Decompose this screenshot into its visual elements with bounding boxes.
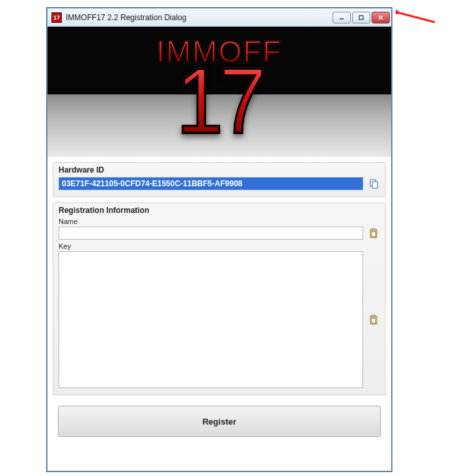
name-input[interactable]: [59, 227, 363, 240]
close-button[interactable]: [372, 12, 390, 23]
paste-icon: [368, 315, 379, 325]
svg-rect-10: [372, 315, 376, 317]
svg-rect-5: [372, 182, 377, 188]
key-input[interactable]: [59, 251, 363, 388]
titlebar: 17 IMMOFF17 2.2 Registration Dialog: [48, 8, 391, 27]
hardware-id-field[interactable]: [59, 177, 363, 190]
key-label: Key: [59, 242, 380, 250]
svg-rect-7: [372, 229, 376, 231]
logo: IMMOFF 17: [156, 38, 282, 137]
svg-rect-1: [359, 16, 363, 20]
logo-banner: IMMOFF 17: [48, 27, 391, 157]
registration-info-title: Registration Information: [59, 206, 380, 215]
hardware-id-title: Hardware ID: [59, 165, 380, 175]
annotation-arrow: [396, 8, 441, 27]
paste-key-button[interactable]: [367, 313, 380, 326]
app-icon: 17: [51, 12, 62, 23]
registration-info-group: Registration Information Name Key: [53, 203, 386, 395]
maximize-button[interactable]: [352, 12, 370, 23]
svg-rect-11: [372, 318, 376, 323]
paste-name-button[interactable]: [367, 227, 380, 240]
svg-line-13: [400, 13, 435, 22]
minimize-icon: [338, 14, 345, 21]
register-button[interactable]: Register: [58, 406, 381, 437]
paste-icon: [368, 228, 379, 238]
registration-dialog-window: 17 IMMOFF17 2.2 Registration Dialog IMMO…: [47, 8, 392, 471]
hardware-id-group: Hardware ID: [53, 162, 386, 197]
window-title: IMMOFF17 2.2 Registration Dialog: [66, 13, 333, 22]
close-icon: [377, 14, 384, 21]
logo-text-bottom: 17: [156, 62, 282, 141]
copy-hardware-id-button[interactable]: [367, 177, 380, 190]
svg-rect-8: [372, 232, 376, 236]
content-area: Hardware ID Registration Information Nam…: [48, 157, 391, 447]
minimize-button[interactable]: [333, 12, 351, 23]
window-buttons: [333, 12, 390, 23]
copy-icon: [368, 178, 379, 189]
name-label: Name: [59, 217, 380, 225]
maximize-icon: [358, 14, 364, 21]
